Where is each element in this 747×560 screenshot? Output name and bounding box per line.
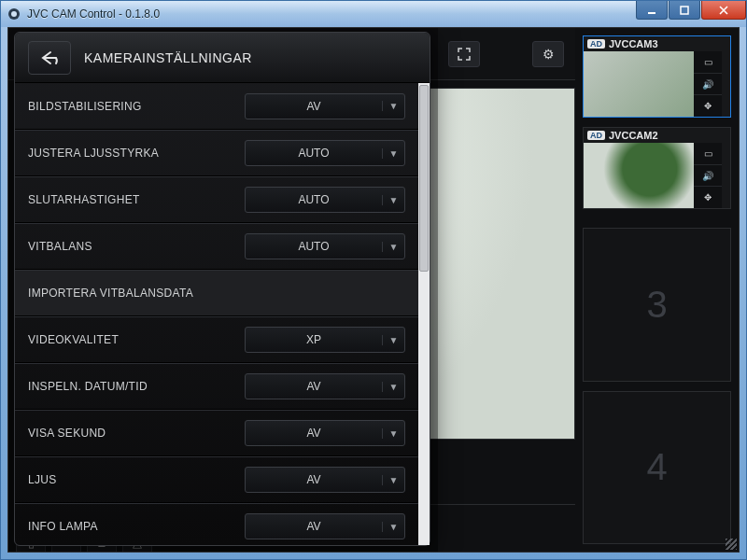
settings-row-label: SLUTARHASTIGHET bbox=[28, 193, 245, 206]
camera-tile-sidebar: ▭🔊✥ bbox=[694, 143, 722, 208]
settings-row-2: SLUTARHASTIGHETAUTO▼ bbox=[15, 176, 418, 223]
svg-point-1 bbox=[11, 11, 17, 17]
back-arrow-icon bbox=[39, 49, 60, 66]
chevron-down-icon: ▼ bbox=[382, 148, 404, 159]
settings-row-1: JUSTERA LJUSSTYRKAAUTO▼ bbox=[15, 130, 418, 176]
settings-select-1[interactable]: AUTO▼ bbox=[245, 140, 405, 166]
settings-row-4[interactable]: IMPORTERA VITBALANSDATA bbox=[15, 270, 418, 316]
settings-row-label: INSPELN. DATUM/TID bbox=[28, 380, 245, 393]
settings-row-label: VIDEOKVALITET bbox=[28, 333, 245, 346]
ad-badge: AD bbox=[587, 39, 605, 49]
settings-row-0: BILDSTABILISERINGAV▼ bbox=[15, 83, 418, 130]
settings-select-value: AUTO bbox=[246, 193, 382, 206]
camera-slot-3[interactable]: 3 bbox=[583, 228, 731, 382]
chevron-down-icon: ▼ bbox=[382, 522, 404, 532]
camera-tile-header: ADJVCCAM2 bbox=[584, 128, 730, 143]
window-titlebar[interactable]: JVC CAM Control - 0.1.8.0 bbox=[1, 1, 746, 27]
chevron-down-icon: ▼ bbox=[382, 101, 404, 111]
camera-tile-sidebar: ▭🔊✥ bbox=[694, 51, 722, 117]
window-close-button[interactable] bbox=[701, 1, 746, 20]
tile-media-icon[interactable]: ▭ bbox=[694, 51, 722, 74]
settings-panel-header: KAMERAINSTÄLLNINGAR bbox=[15, 33, 430, 83]
settings-panel: KAMERAINSTÄLLNINGAR BILDSTABILISERINGAV▼… bbox=[14, 32, 430, 546]
window-chrome: JVC CAM Control - 0.1.8.0 SDX 🔌 ⚙ bbox=[0, 0, 747, 560]
app-client-area: SDX 🔌 ⚙ ▭ 🔊 ✥ bbox=[7, 27, 740, 553]
svg-rect-2 bbox=[648, 12, 655, 14]
settings-select-value: AV bbox=[246, 427, 382, 440]
back-button[interactable] bbox=[28, 41, 71, 75]
window-controls bbox=[635, 1, 746, 20]
settings-select-value: AV bbox=[246, 100, 382, 113]
settings-panel-title: KAMERAINSTÄLLNINGAR bbox=[84, 50, 252, 65]
settings-row-label: IMPORTERA VITBALANSDATA bbox=[28, 287, 405, 300]
settings-scrollbar[interactable] bbox=[418, 83, 430, 545]
window-maximize-button[interactable] bbox=[669, 1, 700, 20]
settings-row-label: JUSTERA LJUSSTYRKA bbox=[28, 147, 245, 160]
settings-row-label: INFO LAMPA bbox=[28, 520, 245, 533]
tile-move-icon[interactable]: ✥ bbox=[694, 95, 722, 117]
gear-icon: ⚙ bbox=[543, 47, 555, 62]
window-minimize-button[interactable] bbox=[636, 1, 668, 20]
chevron-down-icon: ▼ bbox=[382, 195, 404, 205]
settings-row-label: VISA SEKUND bbox=[28, 427, 245, 440]
chevron-down-icon: ▼ bbox=[382, 242, 404, 252]
settings-select-5[interactable]: XP▼ bbox=[245, 327, 405, 353]
settings-list: BILDSTABILISERINGAV▼JUSTERA LJUSSTYRKAAU… bbox=[15, 83, 418, 545]
settings-row-label: VITBALANS bbox=[28, 240, 245, 253]
camera-name: JVCCAM2 bbox=[609, 130, 658, 141]
chevron-down-icon: ▼ bbox=[382, 335, 404, 345]
chevron-down-icon: ▼ bbox=[382, 428, 404, 439]
settings-row-label: BILDSTABILISERING bbox=[28, 100, 245, 113]
settings-select-2[interactable]: AUTO▼ bbox=[245, 187, 405, 213]
settings-select-6[interactable]: AV▼ bbox=[245, 373, 405, 399]
settings-select-value: AUTO bbox=[246, 147, 382, 160]
settings-select-value: AV bbox=[246, 473, 382, 486]
tile-speaker-icon[interactable]: 🔊 bbox=[694, 74, 722, 96]
settings-select-9[interactable]: AV▼ bbox=[245, 513, 405, 539]
tile-media-icon[interactable]: ▭ bbox=[694, 143, 722, 165]
resize-grip[interactable] bbox=[726, 539, 737, 550]
settings-row-9: INFO LAMPAAV▼ bbox=[15, 503, 418, 545]
chevron-down-icon: ▼ bbox=[382, 382, 404, 392]
camera-slot-4[interactable]: 4 bbox=[583, 391, 731, 545]
camera-tile-1[interactable]: ADJVCCAM3▭🔊✥ bbox=[583, 35, 731, 118]
settings-select-value: AV bbox=[246, 380, 382, 393]
tile-speaker-icon[interactable]: 🔊 bbox=[694, 165, 722, 188]
window-title: JVC CAM Control - 0.1.8.0 bbox=[27, 7, 635, 21]
settings-select-value: AUTO bbox=[246, 240, 382, 253]
settings-row-3: VITBALANSAUTO▼ bbox=[15, 223, 418, 270]
settings-row-label: LJUS bbox=[28, 473, 245, 486]
fullscreen-button[interactable] bbox=[448, 41, 480, 67]
settings-row-5: VIDEOKVALITETXP▼ bbox=[15, 316, 418, 363]
camera-tile-header: ADJVCCAM3 bbox=[584, 36, 730, 51]
settings-row-6: INSPELN. DATUM/TIDAV▼ bbox=[15, 363, 418, 410]
tile-move-icon[interactable]: ✥ bbox=[694, 187, 722, 208]
settings-row-8: LJUSAV▼ bbox=[15, 456, 418, 503]
camera-name: JVCCAM3 bbox=[609, 38, 658, 49]
ad-badge: AD bbox=[587, 131, 605, 140]
chevron-down-icon: ▼ bbox=[382, 475, 404, 485]
settings-select-0[interactable]: AV▼ bbox=[245, 93, 405, 119]
camera-thumbnail bbox=[584, 51, 694, 117]
settings-overlay: KAMERAINSTÄLLNINGAR BILDSTABILISERINGAV▼… bbox=[8, 28, 438, 552]
settings-select-8[interactable]: AV▼ bbox=[245, 467, 405, 493]
settings-row-7: VISA SEKUNDAV▼ bbox=[15, 410, 418, 456]
settings-select-3[interactable]: AUTO▼ bbox=[245, 233, 405, 259]
settings-select-value: XP bbox=[246, 333, 382, 346]
scrollbar-thumb[interactable] bbox=[419, 85, 429, 272]
settings-select-value: AV bbox=[246, 520, 382, 533]
settings-gear-button[interactable]: ⚙ bbox=[532, 41, 564, 67]
app-icon bbox=[7, 7, 21, 21]
svg-rect-3 bbox=[681, 7, 688, 14]
settings-select-7[interactable]: AV▼ bbox=[245, 420, 405, 446]
camera-tile-2[interactable]: ADJVCCAM2▭🔊✥ bbox=[583, 127, 731, 209]
camera-thumbnail bbox=[584, 143, 694, 208]
camera-sidebar: ADJVCCAM3▭🔊✥ADJVCCAM2▭🔊✥ 3 4 bbox=[575, 28, 739, 552]
